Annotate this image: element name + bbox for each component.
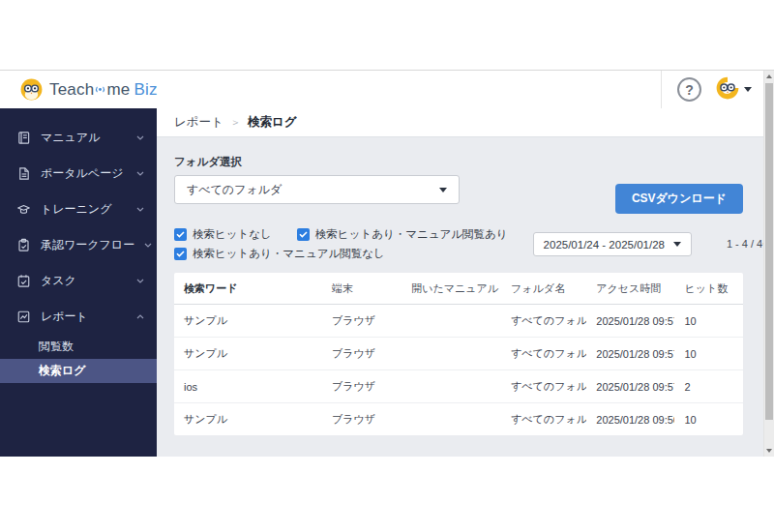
cell-folder-name: すべてのフォルダ	[501, 370, 586, 403]
checkbox-no-hit[interactable]: 検索ヒットなし	[174, 227, 272, 242]
cell-hit-count: 10	[674, 305, 743, 338]
table-row: サンプル ブラウザ すべてのフォルダ 2025/01/28 09:57 10	[174, 305, 743, 338]
cell-folder-name: すべてのフォルダ	[501, 338, 586, 370]
checkbox-checked-icon	[174, 248, 187, 260]
table-row: サンプル ブラウザ すべてのフォルダ 2025/01/28 09:57 10	[174, 338, 743, 370]
help-button[interactable]: ?	[677, 77, 701, 102]
cell-opened-manual	[402, 338, 501, 370]
chevron-down-icon	[144, 243, 152, 248]
scrollbar-thumb[interactable]	[765, 83, 773, 420]
col-hit-count: ヒット数	[674, 273, 743, 305]
dropdown-caret-icon	[439, 188, 447, 192]
breadcrumb: レポート ＞ 検索ログ	[157, 108, 763, 137]
search-log-table-card: 検索ワード 端末 開いたマニュアル フォルダ名 アクセス時間 ヒット数 サンプル	[174, 273, 743, 435]
logo-wordmark: Teach me Biz	[49, 80, 158, 100]
report-icon	[16, 310, 31, 324]
sidebar-subitem-search-log[interactable]: 検索ログ	[0, 359, 157, 383]
cell-device: ブラウザ	[322, 370, 402, 403]
checkbox-label: 検索ヒットあり・マニュアル閲覧なし	[193, 247, 385, 261]
owl-logo-icon	[19, 77, 44, 102]
app-window: Teach me Biz ?	[0, 70, 774, 457]
folder-select-dropdown[interactable]: すべてのフォルダ	[174, 175, 460, 204]
breadcrumb-current: 検索ログ	[248, 114, 297, 131]
sidebar-label: マニュアル	[41, 130, 100, 146]
checkbox-checked-icon	[174, 228, 187, 241]
sidebar-item-manual[interactable]: マニュアル	[0, 120, 157, 156]
cell-access-time: 2025/01/28 09:57	[586, 338, 674, 370]
cell-device: ブラウザ	[322, 305, 402, 338]
sidebar-label: タスク	[41, 273, 76, 289]
table-header-row: 検索ワード 端末 開いたマニュアル フォルダ名 アクセス時間 ヒット数	[174, 273, 743, 305]
checkbox-label: 検索ヒットなし	[193, 227, 272, 242]
cell-access-time: 2025/01/28 09:57	[586, 305, 674, 338]
content-area: レポート ＞ 検索ログ フォルダ選択 すべてのフォルダ CSVダウンロード	[157, 108, 763, 457]
breadcrumb-parent[interactable]: レポート	[174, 114, 223, 131]
cell-opened-manual	[402, 403, 501, 436]
training-icon	[16, 202, 31, 217]
col-opened-manual: 開いたマニュアル	[402, 273, 501, 305]
logo-spark-icon	[95, 84, 105, 95]
sidebar: マニュアル ポータルページ トレーニン	[0, 108, 157, 457]
scroll-down-button[interactable]	[764, 445, 774, 457]
main-area: マニュアル ポータルページ トレーニン	[0, 108, 763, 457]
csv-download-button[interactable]: CSVダウンロード	[615, 184, 743, 214]
logo-teach: Teach	[49, 80, 94, 100]
checkbox-label: 検索ヒットあり・マニュアル閲覧あり	[315, 227, 508, 242]
sidebar-label: レポート	[41, 309, 88, 325]
scroll-down-icon	[766, 449, 772, 453]
hit-filter-checkboxes: 検索ヒットなし 検索ヒットあり・マニュアル閲覧あり	[174, 227, 533, 261]
cell-hit-count: 10	[674, 403, 743, 436]
cell-search-word: サンプル	[174, 403, 322, 436]
content-body: フォルダ選択 すべてのフォルダ CSVダウンロード	[157, 137, 763, 435]
table-row: サンプル ブラウザ すべてのフォルダ 2025/01/28 09:56 10	[174, 403, 743, 436]
teachme-biz-logo[interactable]: Teach me Biz	[0, 77, 158, 102]
date-range-value: 2025/01/24 - 2025/01/28	[544, 239, 665, 251]
cell-folder-name: すべてのフォルダ	[501, 305, 586, 338]
cell-search-word: サンプル	[174, 338, 322, 370]
col-device: 端末	[322, 273, 402, 305]
sidebar-label: 承認ワークフロー	[41, 237, 134, 253]
chevron-down-icon	[136, 279, 144, 283]
cell-search-word: サンプル	[174, 305, 322, 338]
col-folder-name: フォルダ名	[501, 273, 586, 305]
logo-biz: Biz	[134, 80, 157, 100]
vertical-scrollbar[interactable]	[763, 71, 774, 457]
logo-me: me	[106, 80, 130, 100]
scroll-up-icon	[766, 74, 772, 78]
table-row: ios ブラウザ すべてのフォルダ 2025/01/28 09:57 2	[174, 370, 743, 403]
date-range-picker[interactable]: 2025/01/24 - 2025/01/28	[533, 232, 692, 256]
folder-select-value: すべてのフォルダ	[187, 182, 282, 198]
account-menu[interactable]	[715, 75, 752, 104]
app-header: Teach me Biz ?	[0, 71, 763, 108]
cell-hit-count: 10	[674, 338, 743, 370]
portal-page-icon	[16, 166, 31, 181]
task-icon	[16, 274, 31, 288]
sidebar-item-training[interactable]: トレーニング	[0, 192, 157, 227]
sidebar-item-portal-page[interactable]: ポータルページ	[0, 156, 157, 192]
manual-icon	[16, 131, 31, 145]
filter-row: 検索ヒットなし 検索ヒットあり・マニュアル閲覧あり	[174, 227, 743, 261]
cell-folder-name: すべてのフォルダ	[501, 403, 586, 436]
sidebar-item-approval-workflow[interactable]: 承認ワークフロー	[0, 227, 157, 263]
col-access-time: アクセス時間	[586, 273, 674, 305]
avatar	[715, 75, 740, 104]
sidebar-item-task[interactable]: タスク	[0, 263, 157, 299]
cell-hit-count: 2	[674, 370, 743, 403]
sidebar-item-report[interactable]: レポート	[0, 299, 157, 335]
chevron-down-icon	[136, 171, 144, 176]
sidebar-label: ポータルページ	[41, 165, 123, 182]
folder-select-label: フォルダ選択	[174, 155, 743, 169]
col-search-word: 検索ワード	[174, 273, 322, 305]
scroll-up-button[interactable]	[764, 71, 774, 82]
cell-opened-manual	[402, 370, 501, 403]
dropdown-caret-icon	[673, 242, 681, 247]
folder-select-row: すべてのフォルダ CSVダウンロード	[174, 175, 743, 214]
cell-access-time: 2025/01/28 09:57	[586, 370, 674, 403]
approval-workflow-icon	[16, 238, 31, 252]
cell-search-word: ios	[174, 370, 322, 403]
checkbox-hit-not-viewed[interactable]: 検索ヒットあり・マニュアル閲覧なし	[174, 247, 385, 261]
cell-opened-manual	[402, 305, 501, 338]
search-log-table: 検索ワード 端末 開いたマニュアル フォルダ名 アクセス時間 ヒット数 サンプル	[174, 273, 743, 435]
sidebar-subitem-view-count[interactable]: 閲覧数	[0, 335, 157, 359]
checkbox-hit-viewed[interactable]: 検索ヒットあり・マニュアル閲覧あり	[297, 227, 508, 242]
